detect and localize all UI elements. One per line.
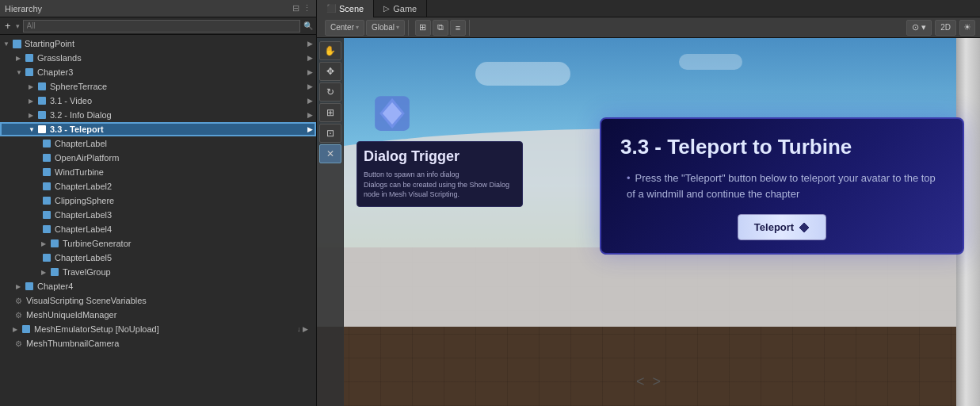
tree-item-chapter-label[interactable]: ChapterLabel xyxy=(0,136,316,151)
tree-item-open-air-platform[interactable]: OpenAirPlatform xyxy=(0,151,316,165)
right-arrow: ▶ xyxy=(307,125,313,133)
cube-icon xyxy=(36,124,48,135)
right-arrow: ▶ xyxy=(307,97,313,105)
cloud-1 xyxy=(475,62,570,86)
tree-item-starting-point[interactable]: ▼ StartingPoint ▶ xyxy=(0,36,316,51)
transform-tool[interactable]: ✕ xyxy=(319,144,341,163)
tree-label: ChapterLabel4 xyxy=(55,224,112,234)
center-button[interactable]: Center ▾ xyxy=(325,20,364,36)
tree-label: VisualScripting SceneVariables xyxy=(26,296,147,305)
tree-label: StartingPoint xyxy=(25,39,74,48)
light-icon-btn[interactable]: ☀ xyxy=(959,20,975,36)
expand-arrow: ▶ xyxy=(29,83,36,90)
scene-tab[interactable]: ⬛ Scene xyxy=(317,0,374,17)
tree-item-mesh-thumbnail[interactable]: ⚙ MeshThumbnailCamera xyxy=(0,336,316,350)
expand-arrow: ▶ xyxy=(41,269,49,276)
layers-icon-btn[interactable]: ⧉ xyxy=(433,20,448,36)
blue-diamond-logo xyxy=(364,86,420,141)
add-dropdown-arrow[interactable]: ▾ xyxy=(16,22,20,30)
2d-label: 2D xyxy=(940,23,951,32)
tree-item-wind-turbine[interactable]: WindTurbine xyxy=(0,165,316,179)
search-icon: 🔍 xyxy=(303,21,313,30)
right-arrow: ▶ xyxy=(307,68,313,76)
move-tool[interactable]: ✥ xyxy=(319,62,341,81)
tree-label: MeshThumbnailCamera xyxy=(26,339,119,348)
right-arrow: ▶ xyxy=(307,111,313,119)
2d-button[interactable]: 2D xyxy=(935,20,956,36)
tree-item-mesh-emulator[interactable]: ▶ MeshEmulatorSetup [NoUpload] ↓ ▶ xyxy=(0,322,316,336)
dialog-trigger-text1: Button to spawn an info dialog xyxy=(364,170,516,180)
hierarchy-panel: Hierarchy ⊟ ⋮ + ▾ 🔍 ▼ StartingPoint ▶ ▶ … xyxy=(0,0,317,406)
scene-viewport: ✋ ✥ ↻ ⊞ ⊡ ✕ Dialog Trigger Button to spa… xyxy=(317,38,980,406)
tree-item-sphere-terrace[interactable]: ▶ SphereTerrace ▶ xyxy=(0,79,316,94)
tree-item-chapter-label5[interactable]: ChapterLabel5 xyxy=(0,251,316,265)
tree-item-chapter-label3[interactable]: ChapterLabel3 xyxy=(0,208,316,222)
tree-item-travel-group[interactable]: ▶ TravelGroup xyxy=(0,265,316,279)
scene-tab-icon: ⬛ xyxy=(326,4,336,13)
back-arrow[interactable]: < xyxy=(636,373,645,390)
tabs-bar: ⬛ Scene ▷ Game xyxy=(317,0,980,17)
tree-item-chapter4[interactable]: ▶ Chapter4 xyxy=(0,279,316,293)
expand-arrow: ▼ xyxy=(29,126,36,133)
cube-icon xyxy=(24,281,35,292)
rect-tool[interactable]: ⊡ xyxy=(319,124,341,143)
scale-tool[interactable]: ⊞ xyxy=(319,103,341,122)
tree-label: ClippingSphere xyxy=(55,196,114,205)
hierarchy-toolbar: + ▾ 🔍 xyxy=(0,17,316,35)
tree-item-chapter-label4[interactable]: ChapterLabel4 xyxy=(0,222,316,236)
forward-arrow[interactable]: > xyxy=(653,373,662,390)
teleport-panel: 3.3 - Teleport to Turbine Press the "Tel… xyxy=(600,117,964,255)
tree-label: 3.2 - Info Dialog xyxy=(50,110,112,120)
tree-label: ChapterLabel xyxy=(55,139,107,148)
global-chevron: ▾ xyxy=(396,24,399,31)
tree-label: TravelGroup xyxy=(63,267,111,277)
tree-item-mesh-unique[interactable]: ⚙ MeshUniqueIdManager xyxy=(0,308,316,322)
game-tab[interactable]: ▷ Game xyxy=(374,0,427,17)
tree-label: OpenAirPlatform xyxy=(55,153,119,163)
tree-label: MeshUniqueIdManager xyxy=(26,310,116,320)
expand-arrow: ▶ xyxy=(41,240,49,247)
tree-item-chapter-label2[interactable]: ChapterLabel2 xyxy=(0,179,316,193)
expand-arrow: ▶ xyxy=(13,326,21,333)
tree-item-chapter3[interactable]: ▼ Chapter3 ▶ xyxy=(0,65,316,79)
cube-icon xyxy=(21,324,32,335)
teleport-title: 3.3 - Teleport to Turbine xyxy=(620,135,944,159)
right-arrow: ▶ xyxy=(307,54,313,62)
tree-item-video[interactable]: ▶ 3.1 - Video ▶ xyxy=(0,94,316,108)
tree-label: WindTurbine xyxy=(55,167,104,177)
global-label: Global xyxy=(372,23,395,32)
teleport-button[interactable]: Teleport xyxy=(738,214,826,240)
cube-icon xyxy=(41,167,52,178)
persp-dropdown[interactable]: ⊙ ▾ xyxy=(906,20,932,36)
tree-item-info-dialog[interactable]: ▶ 3.2 - Info Dialog ▶ xyxy=(0,108,316,122)
cube-icon xyxy=(41,195,52,206)
right-panel: ⬛ Scene ▷ Game Center ▾ Global ▾ ⊞ ⧉ ≡ ⊙… xyxy=(317,0,980,406)
add-button[interactable]: + xyxy=(3,20,13,32)
global-button[interactable]: Global ▾ xyxy=(366,20,405,36)
svg-marker-3 xyxy=(799,223,809,232)
tree-item-visual-scripting[interactable]: ⚙ VisualScripting SceneVariables xyxy=(0,293,316,308)
lock-icon[interactable]: ⊟ xyxy=(292,3,299,13)
scene-tab-label: Scene xyxy=(339,4,364,13)
tree-item-turbine-generator[interactable]: ▶ TurbineGenerator xyxy=(0,236,316,251)
cube-icon xyxy=(24,52,35,63)
tree-label: ChapterLabel2 xyxy=(55,182,112,191)
dialog-trigger-text2: Dialogs can be created using the Show Di… xyxy=(364,180,516,200)
nav-arrows: < > xyxy=(636,373,661,390)
cube-icon xyxy=(41,224,52,235)
expand-arrow: ▼ xyxy=(3,40,11,48)
tree-item-grasslands[interactable]: ▶ Grasslands ▶ xyxy=(0,51,316,65)
grid-icon-btn[interactable]: ⊞ xyxy=(415,20,431,36)
right-arrow: ▶ xyxy=(307,82,313,90)
tree-item-clipping-sphere[interactable]: ClippingSphere xyxy=(0,193,316,208)
search-input[interactable] xyxy=(23,20,300,33)
stats-icon-btn[interactable]: ≡ xyxy=(450,20,466,36)
game-tab-icon: ▷ xyxy=(383,4,390,13)
expand-arrow: ▶ xyxy=(16,55,24,62)
rotate-tool[interactable]: ↻ xyxy=(319,82,341,102)
tree-item-teleport[interactable]: ▼ 3.3 - Teleport ▶ xyxy=(0,122,316,136)
expand-arrow: ▶ xyxy=(29,112,36,119)
hand-tool[interactable]: ✋ xyxy=(319,41,341,60)
more-icon[interactable]: ⋮ xyxy=(303,3,311,13)
cube-icon xyxy=(49,266,60,278)
